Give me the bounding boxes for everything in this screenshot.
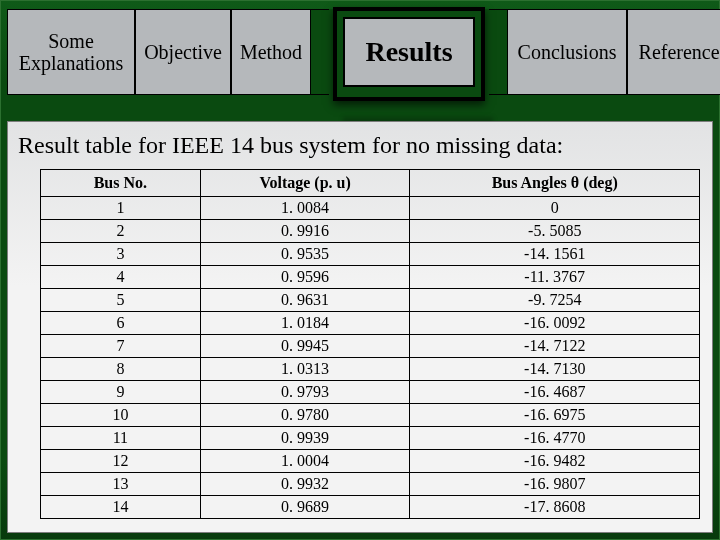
- table-cell: 10: [41, 404, 201, 427]
- tab-some-explanations[interactable]: Some Explanations: [7, 9, 135, 95]
- table-cell: 0. 9631: [200, 289, 410, 312]
- slide: Some Explanations Objective Method Resul…: [0, 0, 720, 540]
- table-row: 90. 9793-16. 4687: [41, 381, 700, 404]
- table-row: 11. 00840: [41, 197, 700, 220]
- table-row: 50. 9631-9. 7254: [41, 289, 700, 312]
- tab-conclusions[interactable]: Conclusions: [507, 9, 627, 95]
- table-cell: -14. 7130: [410, 358, 700, 381]
- table-cell: 0. 9596: [200, 266, 410, 289]
- table-header-cell: Voltage (p. u): [200, 170, 410, 197]
- table-row: 70. 9945-14. 7122: [41, 335, 700, 358]
- tab-references[interactable]: References: [627, 9, 720, 95]
- tab-label: Some Explanations: [19, 30, 123, 74]
- tab-label: Objective: [144, 41, 222, 63]
- table-row: 81. 0313-14. 7130: [41, 358, 700, 381]
- table-cell: 0. 9939: [200, 427, 410, 450]
- table-row: 100. 9780-16. 6975: [41, 404, 700, 427]
- table-cell: 5: [41, 289, 201, 312]
- table-cell: -14. 7122: [410, 335, 700, 358]
- table-row: 121. 0004-16. 9482: [41, 450, 700, 473]
- tab-label: References: [639, 41, 720, 63]
- table-cell: 0. 9689: [200, 496, 410, 519]
- table-cell: 14: [41, 496, 201, 519]
- table-row: 30. 9535-14. 1561: [41, 243, 700, 266]
- tab-gap: [311, 9, 329, 95]
- table-row: 40. 9596-11. 3767: [41, 266, 700, 289]
- table-cell: 3: [41, 243, 201, 266]
- table-cell: 9: [41, 381, 201, 404]
- table-body: 11. 0084020. 9916-5. 508530. 9535-14. 15…: [41, 197, 700, 519]
- table-cell: 8: [41, 358, 201, 381]
- table-cell: 0: [410, 197, 700, 220]
- table-row: 20. 9916-5. 5085: [41, 220, 700, 243]
- tab-bar: Some Explanations Objective Method Resul…: [7, 9, 720, 95]
- table-row: 110. 9939-16. 4770: [41, 427, 700, 450]
- table-cell: 2: [41, 220, 201, 243]
- content-area: Result table for IEEE 14 bus system for …: [7, 121, 713, 533]
- table-cell: 1. 0004: [200, 450, 410, 473]
- table-cell: -5. 5085: [410, 220, 700, 243]
- table-row: 130. 9932-16. 9807: [41, 473, 700, 496]
- table-header-row: Bus No. Voltage (p. u) Bus Angles θ (deg…: [41, 170, 700, 197]
- table-cell: -16. 9482: [410, 450, 700, 473]
- table-cell: 1: [41, 197, 201, 220]
- table-header-cell: Bus Angles θ (deg): [410, 170, 700, 197]
- table-cell: 4: [41, 266, 201, 289]
- table-cell: -16. 4687: [410, 381, 700, 404]
- table-header-cell: Bus No.: [41, 170, 201, 197]
- table-cell: 1. 0084: [200, 197, 410, 220]
- tab-method[interactable]: Method: [231, 9, 311, 95]
- table-cell: 1. 0184: [200, 312, 410, 335]
- table-cell: -16. 6975: [410, 404, 700, 427]
- table-cell: -17. 8608: [410, 496, 700, 519]
- tab-label: Results: [365, 36, 452, 68]
- table-cell: -14. 1561: [410, 243, 700, 266]
- tab-results[interactable]: Results: [329, 9, 489, 95]
- table-cell: 6: [41, 312, 201, 335]
- table-cell: 11: [41, 427, 201, 450]
- content-title: Result table for IEEE 14 bus system for …: [18, 132, 704, 159]
- table-row: 61. 0184-16. 0092: [41, 312, 700, 335]
- tab-active-inner: Results: [343, 17, 475, 87]
- table-cell: 0. 9932: [200, 473, 410, 496]
- table-cell: 0. 9916: [200, 220, 410, 243]
- tab-label: Conclusions: [518, 41, 617, 63]
- tab-label: Method: [240, 41, 302, 63]
- table-cell: -16. 0092: [410, 312, 700, 335]
- table-cell: 0. 9535: [200, 243, 410, 266]
- tab-objective[interactable]: Objective: [135, 9, 231, 95]
- result-table: Bus No. Voltage (p. u) Bus Angles θ (deg…: [40, 169, 700, 519]
- table-cell: -9. 7254: [410, 289, 700, 312]
- table-cell: 0. 9780: [200, 404, 410, 427]
- table-cell: 0. 9793: [200, 381, 410, 404]
- table-cell: 1. 0313: [200, 358, 410, 381]
- table-cell: 0. 9945: [200, 335, 410, 358]
- table-cell: 7: [41, 335, 201, 358]
- table-cell: -16. 9807: [410, 473, 700, 496]
- table-cell: -16. 4770: [410, 427, 700, 450]
- table-row: 140. 9689-17. 8608: [41, 496, 700, 519]
- table-cell: 13: [41, 473, 201, 496]
- table-cell: -11. 3767: [410, 266, 700, 289]
- table-cell: 12: [41, 450, 201, 473]
- tab-gap: [489, 9, 507, 95]
